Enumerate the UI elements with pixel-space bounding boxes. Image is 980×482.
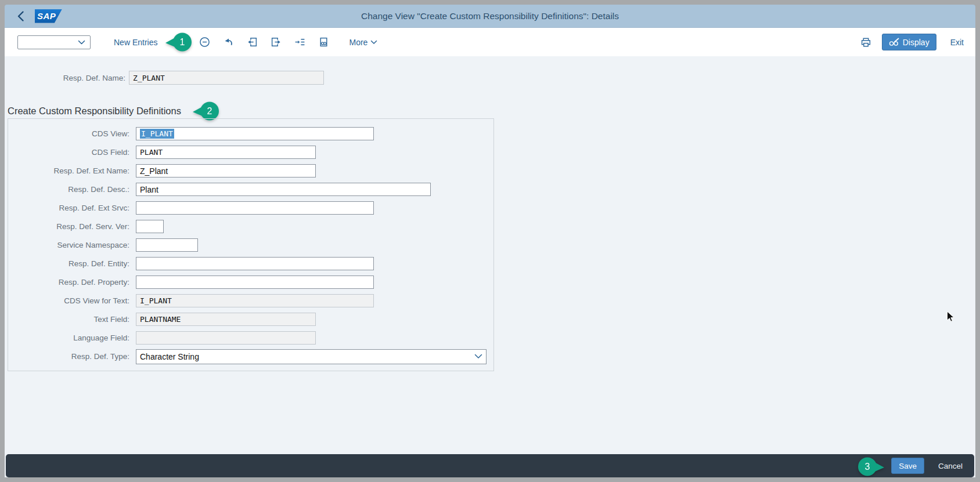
field-resp-def-type[interactable]: Character String [136,349,487,364]
field-value: Z_Plant [140,166,168,176]
new-entries-button[interactable]: New Entries [114,38,157,47]
chevron-down-icon [78,40,85,45]
annotation-step-3: 3 [856,456,885,478]
save-button[interactable]: Save [891,458,924,474]
section-title-text: Create Custom Responsibility Definitions [8,106,181,117]
print-icon [860,37,871,48]
annotation-step-3-number: 3 [865,462,870,472]
next-entry-icon [271,37,282,48]
position-button[interactable] [294,37,305,48]
field-service-namespace[interactable] [136,238,198,252]
main-content: Resp. Def. Name: Z_PLANT Create Custom R… [5,56,975,477]
field-text-field: PLANTNAME [136,313,316,326]
form-row: CDS View: I_PLANT [8,127,493,140]
field-cds-view-for-text: I_PLANT [136,294,374,307]
field-label: Text Field: [8,315,136,324]
undo-button[interactable] [223,37,234,48]
field-resp-def-entity[interactable] [136,257,374,270]
page-title: Change View "Create Custom Responsibilit… [5,11,975,21]
undo-icon [223,37,234,48]
field-label: Resp. Def. Type: [8,352,136,361]
field-value: Plant [140,185,158,194]
field-cds-view[interactable]: I_PLANT [136,127,374,140]
print-button[interactable] [860,37,871,48]
field-label: CDS Field: [8,148,136,157]
more-menu-button[interactable]: More [349,38,377,47]
field-resp-def-serv-ver[interactable] [136,220,164,233]
display-toggle-icon [889,38,899,46]
field-label: Resp. Def. Ext Name: [8,166,136,175]
field-resp-def-desc[interactable]: Plant [136,183,431,196]
form-row: Resp. Def. Ext Srvc: [8,201,493,215]
field-resp-def-ext-name[interactable]: Z_Plant [136,164,316,177]
field-value: Z_PLANT [133,74,165,82]
field-resp-def-ext-srvc[interactable] [136,201,374,215]
annotation-step-2-number: 2 [207,106,212,116]
field-label: Resp. Def. Ext Srvc: [8,204,136,212]
field-label: Resp. Def. Entity: [8,259,136,268]
field-label: Resp. Def. Serv. Ver: [8,222,136,231]
field-label: CDS View for Text: [8,296,136,305]
previous-entry-button[interactable] [247,37,258,48]
sap-gui-window: SAP Change View "Create Custom Responsib… [5,5,975,477]
find-entry-button[interactable] [318,37,329,48]
field-label: Service Namespace: [8,241,136,249]
field-value: I_PLANT [140,296,172,305]
form-row: Resp. Def. Desc.: Plant [8,183,493,196]
field-resp-def-property[interactable] [136,276,374,289]
more-label: More [349,38,368,47]
form-row: Resp. Def. Serv. Ver: [8,220,493,233]
resp-def-name-row: Resp. Def. Name: Z_PLANT [5,71,324,85]
field-language-field [136,331,316,345]
find-entry-icon [318,37,329,48]
field-label: Language Field: [8,334,136,342]
next-entry-button[interactable] [271,37,282,48]
field-value: PLANT [140,148,163,157]
field-label: Resp. Def. Desc.: [8,185,136,194]
field-label: Resp. Def. Name: [5,74,129,82]
previous-entry-icon [247,37,258,48]
form-row: Resp. Def. Ext Name: Z_Plant [8,164,493,177]
form-row: Service Namespace: [8,238,493,252]
form-row: Language Field: [8,331,493,345]
field-value: I_PLANT [140,129,174,139]
cancel-button[interactable]: Cancel [938,462,963,470]
shell-header: SAP Change View "Create Custom Responsib… [5,5,975,28]
annotation-step-1: 1 [164,31,193,53]
group-box: CDS View: I_PLANT CDS Field: PLANT Resp.… [8,118,494,371]
position-icon [294,37,305,48]
form-row: CDS Field: PLANT [8,146,493,159]
form-row: CDS View for Text: I_PLANT [8,294,493,307]
field-label: CDS View: [8,129,136,138]
form-row: Text Field: PLANTNAME [8,313,493,326]
delete-icon [199,37,210,48]
display-toggle-button[interactable]: Display [882,34,936,50]
form-row: Resp. Def. Type: Character String [8,350,493,363]
exit-button[interactable]: Exit [950,38,964,47]
field-label: Resp. Def. Property: [8,278,136,287]
display-label: Display [903,38,929,47]
footer-bar: 3 Save Cancel [6,454,974,477]
form-row: Resp. Def. Entity: [8,257,493,270]
field-value: PLANTNAME [140,315,181,324]
form-row: Resp. Def. Property: [8,276,493,289]
delete-button[interactable] [199,37,210,48]
chevron-down-icon [370,40,377,45]
field-value: Character String [140,352,199,361]
application-toolbar: New Entries 1 [5,28,975,57]
field-resp-def-name: Z_PLANT [129,71,324,85]
annotation-step-1-number: 1 [180,37,185,47]
command-combobox[interactable] [17,35,91,49]
chevron-down-icon [474,354,482,359]
field-cds-field[interactable]: PLANT [136,146,316,159]
